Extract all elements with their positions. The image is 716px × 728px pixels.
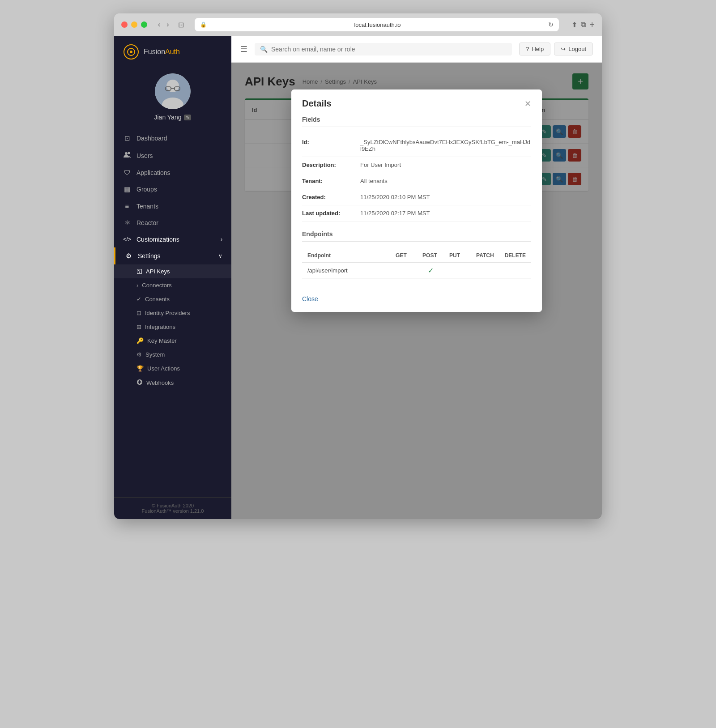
endpoint-col-header: Endpoint [302,249,390,263]
share-button[interactable]: ⬆ [571,20,577,30]
customizations-arrow: › [221,236,222,243]
forward-button[interactable]: › [165,19,170,30]
logo-icon [123,44,139,60]
search-box[interactable]: 🔍 [255,43,512,55]
sidebar-subitem-user-actions[interactable]: 🏆 User Actions [114,362,231,375]
key-master-icon: 🔑 [136,337,144,344]
reactor-icon: ⚛ [123,219,131,227]
settings-arrow: ∨ [218,253,222,259]
close-link[interactable]: Close [302,295,318,302]
delete-cell [499,263,531,279]
user-badge: ✎ [184,115,191,120]
description-value: For User Import [360,162,531,168]
avatar-image [155,73,191,109]
sidebar-item-customizations[interactable]: </> Customizations › [114,231,231,247]
logo-auth: Auth [165,48,180,55]
post-check: ✓ [428,267,434,274]
put-cell [444,263,471,279]
help-icon: ? [526,46,529,52]
endpoint-path: /api/user/import [302,263,390,279]
logout-button[interactable]: ↪ Logout [554,43,593,55]
dashboard-icon: ⊡ [123,134,131,142]
detail-description-row: Description: For User Import [302,157,531,173]
menu-icon[interactable]: ☰ [240,44,247,54]
sidebar-subitem-consents[interactable]: ✓ Consents [114,292,231,306]
sidebar-subitem-identity-providers[interactable]: ⊡ Identity Providers [114,306,231,320]
user-profile: Jian Yang ✎ [114,68,231,126]
logo-fusion: Fusion [144,48,165,55]
sidebar-footer: © FusionAuth 2020 FusionAuth™ version 1.… [114,497,231,519]
detail-id-row: Id: _SyLZtDlCwNFthlybsAauwDvt7EHx3EXGySK… [302,134,531,157]
browser-dot-green[interactable] [141,21,147,28]
sidebar: FusionAuth [114,36,231,519]
detail-tenant-row: Tenant: All tenants [302,173,531,189]
help-button[interactable]: ? Help [519,43,550,55]
consents-icon: ✓ [136,296,141,302]
endpoints-section-title: Endpoints [302,230,531,238]
topbar: ☰ 🔍 ? Help ↪ Logout [231,36,602,63]
tenant-value: All tenants [360,178,531,184]
sidebar-item-dashboard[interactable]: ⊡ Dashboard [114,130,231,147]
sidebar-subitem-key-master[interactable]: 🔑 Key Master [114,334,231,348]
sidebar-subitem-system[interactable]: ⚙ System [114,348,231,362]
patch-cell [471,263,499,279]
modal-close-button[interactable]: ✕ [524,99,531,109]
last-updated-value: 11/25/2020 02:17 PM MST [360,210,531,217]
sidebar-item-tenants[interactable]: ≡ Tenants [114,198,231,214]
sidebar-subitem-api-keys[interactable]: ⚿ API Keys [114,264,231,278]
detail-last-updated-row: Last updated: 11/25/2020 02:17 PM MST [302,205,531,221]
id-label: Id: [302,139,360,145]
avatar [155,73,191,109]
connectors-icon: › [136,282,138,289]
refresh-icon[interactable]: ↻ [548,21,554,28]
endpoints-section: Endpoints Endpoint GET POST [302,230,531,279]
patch-col-header: PATCH [471,249,499,263]
detail-created-row: Created: 11/25/2020 02:10 PM MST [302,189,531,205]
modal-overlay: Details ✕ Fields Id: _SyLZtDlCwNFthlybsA… [231,63,602,519]
get-cell [390,263,417,279]
applications-icon: 🛡 [123,169,131,176]
last-updated-label: Last updated: [302,210,360,217]
sidebar-item-reactor[interactable]: ⚛ Reactor [114,214,231,231]
system-icon: ⚙ [136,351,142,358]
tenants-icon: ≡ [123,202,131,210]
browser-dot-red[interactable] [121,21,128,28]
new-tab-button[interactable]: + [589,20,595,30]
get-col-header: GET [390,249,417,263]
modal-title: Details [302,98,332,109]
id-value: _SyLZtDlCwNFthlybsAauwDvt7EHx3EXGySKfLbT… [360,139,531,152]
description-label: Description: [302,162,360,168]
browser-dot-yellow[interactable] [131,21,137,28]
search-input[interactable] [271,46,507,53]
duplicate-button[interactable]: ⧉ [581,20,586,30]
customizations-icon: </> [123,236,131,243]
tenant-label: Tenant: [302,178,360,184]
endpoint-row: /api/user/import ✓ [302,263,531,279]
layout-button[interactable]: ⊡ [176,19,186,31]
integrations-icon: ⊞ [136,324,141,330]
post-col-header: POST [417,249,444,263]
sidebar-item-users[interactable]: Users [114,147,231,164]
users-icon [123,151,131,160]
sidebar-nav: ⊡ Dashboard Users 🛡 Applications [114,126,231,497]
logo-text: FusionAuth [144,48,180,56]
webhooks-icon [136,379,143,387]
created-value: 11/25/2020 02:10 PM MST [360,194,531,200]
user-name: Jian Yang ✎ [154,114,192,121]
lock-icon: 🔒 [200,21,207,28]
sidebar-item-groups[interactable]: ▦ Groups [114,181,231,198]
put-col-header: PUT [444,249,471,263]
address-bar: 🔒 local.fusionauth.io ↻ [195,18,559,31]
fields-section-title: Fields [302,116,531,123]
sidebar-subitem-webhooks[interactable]: Webhooks [114,375,231,390]
sidebar-item-settings[interactable]: ⚙ Settings ∨ [114,247,231,264]
sidebar-subitem-connectors[interactable]: › Connectors [114,278,231,292]
svg-point-10 [128,152,130,154]
logo: FusionAuth [114,36,231,68]
sidebar-item-applications[interactable]: 🛡 Applications [114,164,231,181]
identity-providers-icon: ⊡ [136,310,141,316]
details-modal: Details ✕ Fields Id: _SyLZtDlCwNFthlybsA… [291,89,542,312]
sidebar-subitem-integrations[interactable]: ⊞ Integrations [114,320,231,334]
settings-icon: ⚙ [124,252,132,260]
back-button[interactable]: ‹ [156,19,162,30]
